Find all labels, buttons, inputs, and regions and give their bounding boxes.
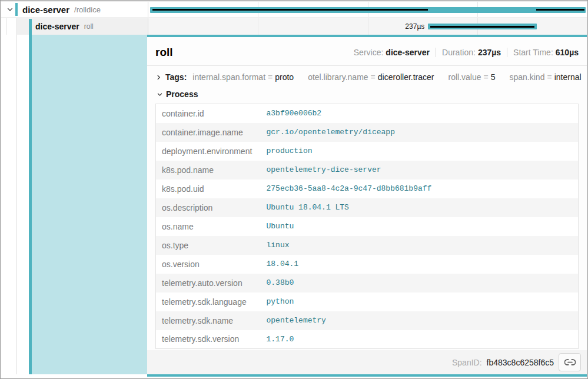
- timeline-cell: [148, 2, 587, 17]
- table-row: telemetry.sdk.languagepython: [156, 292, 579, 311]
- chevron-right-icon: [155, 74, 162, 81]
- meta-start-time-label: Start Time:: [513, 48, 553, 57]
- child-span-bar[interactable]: [428, 24, 537, 29]
- link-icon: [564, 358, 576, 367]
- meta-divider: [436, 48, 436, 57]
- attribute-key: telemetry.sdk.version: [156, 330, 261, 349]
- tag-value: proto: [275, 72, 294, 82]
- parent-span-bar[interactable]: [150, 7, 586, 13]
- operation-name: /rolldice: [74, 5, 101, 14]
- span-id-value: fb483c8c6258f6c5: [487, 358, 554, 367]
- chevron-down-icon[interactable]: [5, 6, 15, 13]
- attribute-key: telemetry.auto.version: [156, 274, 261, 292]
- span-duration-label: 237µs: [405, 22, 428, 31]
- span-id-label: SpanID:: [452, 358, 482, 367]
- table-row: telemetry.auto.version0.38b0: [156, 274, 579, 292]
- attribute-value: python: [261, 292, 579, 311]
- table-row: deployment.environmentproduction: [156, 142, 579, 161]
- attribute-key: container.image.name: [156, 123, 261, 142]
- attribute-value: production: [261, 142, 579, 161]
- attribute-key: os.name: [156, 217, 261, 236]
- meta-duration-value: 237µs: [478, 48, 501, 57]
- meta-duration: Duration:237µs: [442, 48, 501, 57]
- tag-value: 5: [491, 72, 496, 82]
- tag-item: span.kind=internal: [510, 72, 582, 82]
- tag-item: internal.span.format=proto: [192, 72, 294, 82]
- attribute-key: container.id: [156, 104, 261, 123]
- trace-detail-window: dice-server /rolldice dice-server roll 2…: [0, 0, 588, 379]
- meta-service-label: Service:: [354, 48, 384, 57]
- tag-value: internal: [554, 72, 582, 82]
- attribute-key: os.version: [156, 255, 261, 274]
- table-row: telemetry.sdk.version1.17.0: [156, 330, 579, 349]
- tag-key: otel.library.name: [308, 72, 368, 82]
- attribute-value: Ubuntu: [261, 217, 579, 236]
- span-detail-footer: SpanID: fb483c8c6258f6c5: [147, 350, 587, 374]
- span-detail-title: roll: [155, 46, 173, 59]
- span-detail-meta: Service:dice-server Duration:237µs Start…: [354, 48, 579, 57]
- span-name-cell[interactable]: dice-server roll: [1, 18, 148, 35]
- span-row-parent[interactable]: dice-server /rolldice: [1, 1, 587, 18]
- timeline-cell: 237µs: [148, 18, 587, 35]
- table-row: os.nameUbuntu: [156, 217, 579, 236]
- attribute-key: deployment.environment: [156, 142, 261, 161]
- attribute-key: k8s.pod.uid: [156, 179, 261, 198]
- table-row: k8s.pod.uid275ecb36-5aa8-4c2a-9c47-d8bb6…: [156, 179, 579, 198]
- tag-equals: =: [268, 72, 273, 82]
- service-name: dice-server: [22, 5, 69, 15]
- tag-equals: =: [371, 72, 376, 82]
- span-detail-panel: roll Service:dice-server Duration:237µs …: [147, 35, 587, 377]
- meta-divider: [507, 48, 507, 57]
- chevron-down-icon: [155, 91, 164, 98]
- tag-equals: =: [547, 72, 552, 82]
- tag-equals: =: [484, 72, 489, 82]
- attribute-value: a3bf90e006b2: [261, 104, 579, 123]
- table-row: os.descriptionUbuntu 18.04.1 LTS: [156, 198, 579, 217]
- process-label: Process: [166, 89, 198, 99]
- tag-key: roll.value: [449, 72, 481, 82]
- meta-service: Service:dice-server: [354, 48, 430, 57]
- service-name: dice-server: [35, 22, 79, 31]
- selected-span-backdrop: [32, 35, 147, 374]
- meta-start-time-value: 610µs: [556, 48, 579, 57]
- table-row: os.typelinux: [156, 236, 579, 255]
- attribute-value: opentelemetry-dice-server: [261, 161, 579, 179]
- attribute-key: os.description: [156, 198, 261, 217]
- indent-guide: [16, 18, 17, 374]
- span-detail-header: roll Service:dice-server Duration:237µs …: [147, 37, 587, 66]
- table-row: telemetry.sdk.nameopentelemetry: [156, 311, 579, 330]
- attribute-value: linux: [261, 236, 579, 255]
- copy-link-button[interactable]: [559, 353, 581, 371]
- meta-service-value: dice-server: [386, 48, 430, 57]
- attribute-value: Ubuntu 18.04.1 LTS: [261, 198, 579, 217]
- attribute-value: 0.38b0: [261, 274, 579, 292]
- process-attributes: container.ida3bf90e006b2 container.image…: [147, 102, 587, 349]
- tag-item: roll.value=5: [449, 72, 496, 82]
- attribute-value: gcr.io/opentelemetry/diceapp: [261, 123, 579, 142]
- table-row: container.ida3bf90e006b2: [156, 104, 579, 123]
- attribute-key: telemetry.sdk.name: [156, 311, 261, 330]
- span-row-child[interactable]: dice-server roll 237µs: [1, 18, 587, 35]
- operation-name: roll: [84, 22, 94, 31]
- span-name-cell[interactable]: dice-server /rolldice: [1, 2, 148, 17]
- table-row: os.version18.04.1: [156, 255, 579, 274]
- attribute-key: os.type: [156, 236, 261, 255]
- critical-path-segment: [430, 26, 534, 28]
- timeline-gridline: [368, 18, 368, 35]
- critical-path-segment: [152, 9, 428, 11]
- meta-duration-label: Duration:: [442, 48, 476, 57]
- tag-value: diceroller.tracer: [378, 72, 434, 82]
- attribute-value: 1.17.0: [261, 330, 579, 349]
- tag-key: span.kind: [510, 72, 545, 82]
- process-table: container.ida3bf90e006b2 container.image…: [155, 104, 579, 349]
- attribute-value: 18.04.1: [261, 255, 579, 274]
- tags-accordion-toggle[interactable]: Tags: internal.span.format=proto otel.li…: [147, 66, 587, 86]
- span-color-bar: [15, 3, 18, 16]
- tag-key: internal.span.format: [192, 72, 265, 82]
- attribute-value: opentelemetry: [261, 311, 579, 330]
- attribute-key: telemetry.sdk.language: [156, 292, 261, 311]
- attribute-value: 275ecb36-5aa8-4c2a-9c47-d8bb681b9aff: [261, 179, 579, 198]
- attribute-key: k8s.pod.name: [156, 161, 261, 179]
- meta-start-time: Start Time:610µs: [513, 48, 579, 57]
- process-accordion-toggle[interactable]: Process: [147, 86, 587, 102]
